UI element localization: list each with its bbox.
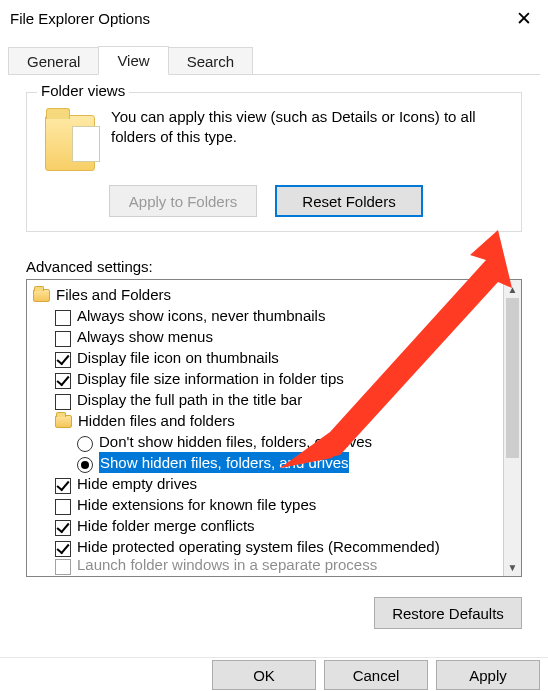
radio[interactable] xyxy=(77,436,93,452)
checkbox[interactable] xyxy=(55,559,71,575)
folder-views-group: Folder views You can apply this view (su… xyxy=(26,92,522,232)
checkbox[interactable] xyxy=(55,499,71,515)
tab-general[interactable]: General xyxy=(8,47,99,75)
reset-folders-button[interactable]: Reset Folders xyxy=(275,185,423,217)
tab-view[interactable]: View xyxy=(98,46,168,75)
apply-to-folders-button: Apply to Folders xyxy=(109,185,257,217)
tab-search[interactable]: Search xyxy=(168,47,254,75)
scroll-thumb[interactable] xyxy=(506,298,519,458)
cancel-button[interactable]: Cancel xyxy=(324,660,428,690)
ok-button[interactable]: OK xyxy=(212,660,316,690)
tab-strip: General View Search xyxy=(8,44,548,74)
folder-views-legend: Folder views xyxy=(37,82,129,99)
checkbox[interactable] xyxy=(55,394,71,410)
close-icon[interactable]: ✕ xyxy=(506,5,542,32)
checkbox[interactable] xyxy=(55,373,71,389)
folder-icon xyxy=(33,289,50,302)
checkbox[interactable] xyxy=(55,520,71,536)
checkbox[interactable] xyxy=(55,478,71,494)
folder-icon xyxy=(45,115,95,171)
window-title: File Explorer Options xyxy=(10,10,150,27)
folder-icon xyxy=(55,415,72,428)
checkbox[interactable] xyxy=(55,310,71,326)
tree-item-label[interactable]: Launch folder windows in a separate proc… xyxy=(77,554,377,575)
folder-views-description: You can apply this view (such as Details… xyxy=(111,107,509,148)
scrollbar[interactable]: ▲ ▼ xyxy=(503,280,521,576)
checkbox[interactable] xyxy=(55,352,71,368)
radio[interactable] xyxy=(77,457,93,473)
apply-button[interactable]: Apply xyxy=(436,660,540,690)
checkbox[interactable] xyxy=(55,331,71,347)
